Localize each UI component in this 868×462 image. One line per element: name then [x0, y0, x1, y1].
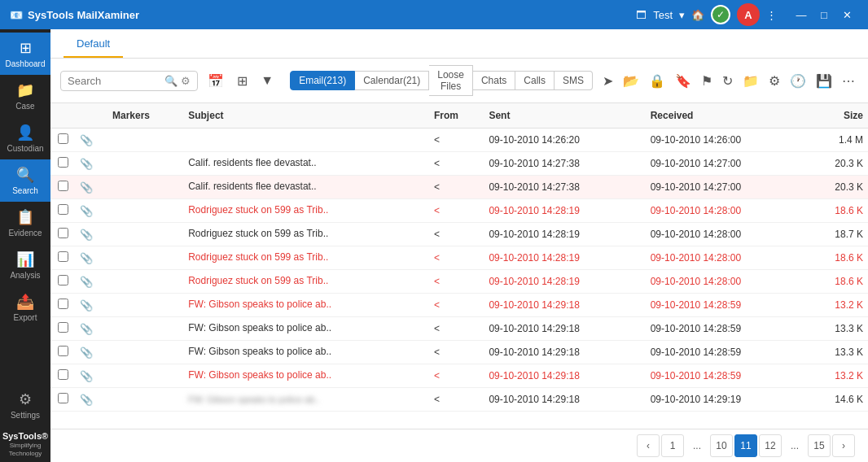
page-btn-12[interactable]: 12 [759, 434, 782, 457]
filter-tab-calls[interactable]: Calls [515, 71, 555, 90]
sidebar-label-export: Export [14, 313, 37, 322]
gear-icon-btn[interactable]: ⚙ [765, 72, 783, 90]
row-checkbox-4[interactable] [50, 223, 75, 246]
lock-icon-btn[interactable]: 🔒 [646, 72, 669, 90]
row-checkbox-8[interactable] [50, 317, 75, 341]
filter-tab-calendar[interactable]: Calendar(21) [355, 71, 429, 90]
search-input[interactable] [68, 75, 161, 87]
row-size-8: 13.3 K [807, 317, 868, 341]
more-icon[interactable]: ⋮ [766, 9, 777, 21]
row-checkbox-11[interactable] [50, 388, 75, 412]
filter-tab-chats[interactable]: Chats [473, 71, 515, 90]
more-options-btn[interactable]: ⋯ [839, 72, 858, 90]
folder-icon-btn[interactable]: 📂 [620, 72, 642, 90]
sidebar-item-search[interactable]: 🔍 Search [0, 159, 50, 202]
page-btn-11[interactable]: 11 [734, 434, 757, 457]
calendar-icon-btn[interactable]: 📅 [204, 72, 227, 90]
row-attachment-7: 📎 [75, 294, 107, 317]
row-checkbox-7[interactable] [50, 294, 75, 317]
table-row[interactable]: 📎 Calif. residents flee devastat.. < 09-… [50, 176, 868, 199]
col-sent: Sent [484, 103, 645, 129]
analysis-icon: 📊 [16, 251, 34, 268]
filter-tab-email[interactable]: Email(213) [290, 71, 355, 90]
status-icon: ✓ [711, 5, 730, 24]
filter-icon-btn[interactable]: ▼ [257, 72, 277, 89]
bookmark-icon-btn[interactable]: 🔖 [672, 72, 695, 90]
page-btn-1[interactable]: 1 [661, 434, 684, 457]
table-row[interactable]: 📎 < 09-10-2010 14:26:20 09-10-2010 14:26… [50, 129, 868, 152]
row-from-7: < [429, 294, 484, 317]
row-received-5: 09-10-2010 14:28:00 [646, 246, 807, 270]
pagination: ‹ 1 ... 10 11 12 ... 15 › [50, 429, 868, 462]
row-checkbox-10[interactable] [50, 364, 75, 388]
row-size-4: 18.7 K [807, 223, 868, 246]
filter-tab-loose-files[interactable]: Loose Files [429, 65, 473, 96]
sidebar-item-custodian[interactable]: 👤 Custodian [0, 117, 50, 159]
table-row[interactable]: 📎 FW: Gibson speaks to police ab.. < 09-… [50, 364, 868, 388]
row-from-9: < [429, 341, 484, 364]
row-subject-8: FW: Gibson speaks to police ab.. [183, 317, 429, 341]
table-row[interactable]: 📎 Rodriguez stuck on 599 as Trib.. < 09-… [50, 223, 868, 246]
tab-default[interactable]: Default [64, 31, 123, 58]
table-row[interactable]: 📎 Calif. residents flee devastat.. < 09-… [50, 152, 868, 176]
row-attachment-5: 📎 [75, 246, 107, 270]
dropdown-icon[interactable]: ▾ [679, 9, 685, 21]
flag-icon-btn[interactable]: ⚑ [698, 72, 716, 90]
row-checkbox-5[interactable] [50, 246, 75, 270]
send-icon-btn[interactable]: ➤ [599, 72, 616, 90]
table-row[interactable]: 📎 FW: Gibson speaks to police ab.. < 09-… [50, 294, 868, 317]
sidebar-item-settings[interactable]: ⚙ Settings [0, 384, 50, 426]
row-from-2: < [429, 176, 484, 199]
refresh-icon-btn[interactable]: ↻ [719, 72, 736, 90]
row-received-8: 09-10-2010 14:28:59 [646, 317, 807, 341]
row-size-11: 14.6 K [807, 388, 868, 412]
row-checkbox-2[interactable] [50, 176, 75, 199]
row-attachment-0: 📎 [75, 129, 107, 152]
row-checkbox-9[interactable] [50, 341, 75, 364]
attachment-icon: 📎 [80, 252, 93, 264]
grid-icon-btn[interactable]: ⊞ [234, 72, 251, 90]
table-row[interactable]: 📎 Rodriguez stuck on 599 as Trib.. < 09-… [50, 270, 868, 294]
filter-tab-sms[interactable]: SMS [555, 71, 593, 90]
table-row[interactable]: 📎 Rodriguez stuck on 599 as Trib.. < 09-… [50, 199, 868, 223]
row-from-0: < [429, 129, 484, 152]
row-checkbox-3[interactable] [50, 199, 75, 223]
table-row[interactable]: 📎 Rodriguez stuck on 599 as Trib.. < 09-… [50, 246, 868, 270]
minimize-button[interactable]: — [790, 3, 813, 26]
search-box[interactable]: 🔍 ⚙ [60, 71, 198, 91]
sidebar-item-case[interactable]: 📁 Case [0, 75, 50, 117]
clock-icon-btn[interactable]: 🕐 [787, 72, 809, 90]
page-dots-2: ... [783, 434, 806, 457]
row-checkbox-1[interactable] [50, 152, 75, 176]
table-row[interactable]: 📎 FW: Gibson speaks to police ab.. < 09-… [50, 388, 868, 412]
page-btn-10[interactable]: 10 [710, 434, 733, 457]
table-row[interactable]: 📎 FW: Gibson speaks to police ab.. < 09-… [50, 341, 868, 364]
export-icon: 📤 [16, 293, 34, 311]
table-row[interactable]: 📎 FW: Gibson speaks to police ab.. < 09-… [50, 317, 868, 341]
maximize-button[interactable]: □ [813, 3, 835, 26]
evidence-icon: 📋 [16, 208, 34, 226]
row-checkbox-6[interactable] [50, 270, 75, 294]
brand-name: SysTools® [2, 431, 48, 441]
page-btn-15[interactable]: 15 [808, 434, 831, 457]
sidebar-item-analysis[interactable]: 📊 Analysis [0, 244, 50, 286]
prev-page-btn[interactable]: ‹ [637, 434, 660, 457]
close-button[interactable]: ✕ [835, 3, 858, 26]
sidebar-item-dashboard[interactable]: ⊞ Dashboard [0, 33, 50, 75]
sidebar-item-evidence[interactable]: 📋 Evidence [0, 202, 50, 244]
row-attachment-6: 📎 [75, 270, 107, 294]
row-from-5: < [429, 246, 484, 270]
custodian-icon: 👤 [16, 124, 34, 142]
row-sent-2: 09-10-2010 14:27:38 [484, 176, 645, 199]
row-checkbox-0[interactable] [50, 129, 75, 152]
row-size-3: 18.6 K [807, 199, 868, 223]
next-page-btn[interactable]: › [832, 434, 855, 457]
home-icon[interactable]: 🏠 [691, 9, 704, 21]
sidebar-item-export[interactable]: 📤 Export [0, 286, 50, 329]
sidebar-label-search: Search [12, 186, 38, 195]
open-folder-icon-btn[interactable]: 📁 [739, 72, 762, 90]
save-icon-btn[interactable]: 💾 [813, 72, 835, 90]
row-received-1: 09-10-2010 14:27:00 [646, 152, 807, 176]
row-received-9: 09-10-2010 14:28:59 [646, 341, 807, 364]
search-settings-icon[interactable]: ⚙ [181, 75, 191, 87]
